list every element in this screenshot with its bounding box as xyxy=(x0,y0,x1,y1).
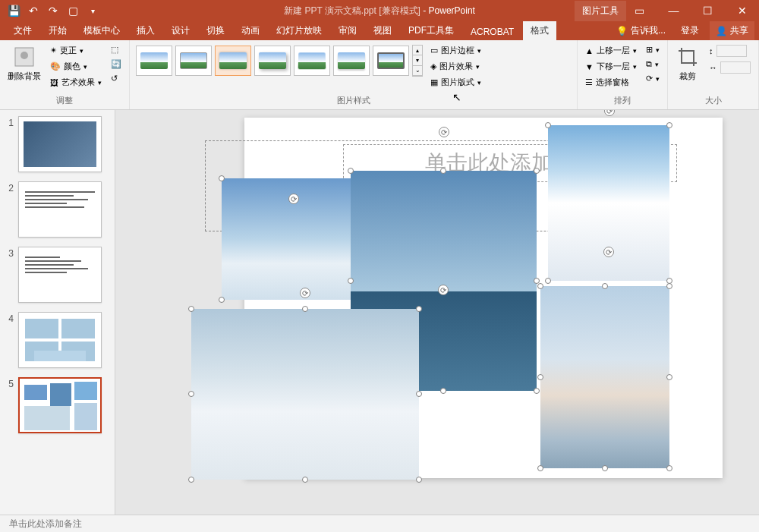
send-backward-button[interactable]: ▼下移一层▾ xyxy=(582,59,640,74)
tab-view[interactable]: 视图 xyxy=(366,21,399,40)
picture-layout-button[interactable]: ▦图片版式▾ ↖ xyxy=(427,75,484,90)
undo-icon[interactable]: ↶ xyxy=(26,3,41,18)
rotate-handle-icon[interactable]: ⟳ xyxy=(438,285,449,295)
style-item-4[interactable] xyxy=(254,46,291,76)
redo-icon[interactable]: ↷ xyxy=(46,3,61,18)
qat-dropdown-icon[interactable]: ▾ xyxy=(85,3,100,18)
selection-handle[interactable] xyxy=(666,465,672,471)
picture-effects-button[interactable]: ◈图片效果▾ xyxy=(427,59,484,74)
selection-handle[interactable] xyxy=(666,374,672,380)
tab-design[interactable]: 设计 xyxy=(164,21,197,40)
width-input[interactable]: ↔ xyxy=(706,60,754,75)
bring-forward-button[interactable]: ▲上移一层▾ xyxy=(582,43,640,58)
align-button[interactable]: ⊞▾ xyxy=(643,43,663,56)
tab-animation[interactable]: 动画 xyxy=(234,21,267,40)
selection-handle[interactable] xyxy=(666,283,672,289)
color-button[interactable]: 🎨颜色▾ xyxy=(47,59,105,74)
rotate-handle-icon[interactable]: ⟳ xyxy=(604,110,615,116)
style-item-1[interactable] xyxy=(136,46,172,76)
tab-pdf[interactable]: PDF工具集 xyxy=(401,21,461,40)
tab-review[interactable]: 审阅 xyxy=(331,21,364,40)
selection-handle[interactable] xyxy=(534,168,540,174)
style-item-2[interactable] xyxy=(175,46,212,76)
save-icon[interactable]: 💾 xyxy=(6,3,21,18)
tab-format[interactable]: 格式 xyxy=(523,21,556,40)
selection-handle[interactable] xyxy=(602,283,608,289)
image-sky-3[interactable]: ⟳ xyxy=(548,125,669,281)
start-from-beginning-icon[interactable]: ▢ xyxy=(65,3,80,18)
slide-thumbnail-2[interactable] xyxy=(18,181,102,238)
picture-border-button[interactable]: ▭图片边框▾ xyxy=(427,43,484,58)
selection-handle[interactable] xyxy=(219,175,225,181)
selection-handle[interactable] xyxy=(348,168,354,174)
crop-button[interactable]: 裁剪 xyxy=(672,43,703,83)
style-item-6[interactable] xyxy=(333,46,370,76)
height-input[interactable]: ↕ xyxy=(706,43,754,58)
selection-handle[interactable] xyxy=(416,306,422,312)
selection-handle[interactable] xyxy=(302,477,308,483)
image-sky-5[interactable]: ⟳ xyxy=(191,309,419,480)
selection-handle[interactable] xyxy=(537,374,543,380)
minimize-icon[interactable]: — xyxy=(657,0,691,21)
tab-acrobat[interactable]: ACROBAT xyxy=(463,24,521,40)
tab-transition[interactable]: 切换 xyxy=(199,21,232,40)
slide-thumbnail-1[interactable] xyxy=(18,116,102,172)
ribbon-options-icon[interactable]: ▭ xyxy=(622,0,657,21)
tab-home[interactable]: 开始 xyxy=(41,21,74,40)
gallery-scroll-up[interactable]: ▴ xyxy=(413,46,422,55)
rotate-handle-icon[interactable]: ⟳ xyxy=(439,127,449,137)
sign-in-button[interactable]: 登录 xyxy=(676,21,704,40)
rotate-button[interactable]: ⟳▾ xyxy=(643,72,663,85)
selection-handle[interactable] xyxy=(302,306,308,312)
selection-handle[interactable] xyxy=(416,391,422,397)
selection-handle[interactable] xyxy=(440,388,446,394)
remove-background-button[interactable]: 删除背景 xyxy=(5,43,44,83)
selection-handle[interactable] xyxy=(188,306,194,312)
selection-handle[interactable] xyxy=(537,465,543,471)
tab-slideshow[interactable]: 幻灯片放映 xyxy=(269,21,329,40)
selection-handle[interactable] xyxy=(416,477,422,483)
compress-pictures-button[interactable]: ⬚ xyxy=(108,43,124,56)
slide-thumbnail-panel[interactable]: 1 2 3 4 5 xyxy=(0,110,115,515)
group-button[interactable]: ⧉▾ xyxy=(643,58,663,71)
corrections-button[interactable]: ✴更正▾ xyxy=(47,43,105,58)
style-item-7[interactable] xyxy=(373,46,409,76)
rotate-handle-icon[interactable]: ⟳ xyxy=(288,194,299,204)
gallery-more[interactable]: ⌄ xyxy=(413,66,422,76)
artistic-effects-button[interactable]: 🖼艺术效果▾ xyxy=(47,75,105,90)
selection-handle[interactable] xyxy=(537,283,543,289)
selection-handle[interactable] xyxy=(545,278,551,284)
tab-insert[interactable]: 插入 xyxy=(129,21,162,40)
slide-canvas[interactable]: 单击此处添加标题 ⟳ ⟳ ⟳ ⟳ xyxy=(115,110,759,515)
selection-handle[interactable] xyxy=(188,391,194,397)
selection-handle[interactable] xyxy=(440,168,446,174)
selection-pane-button[interactable]: ☰选择窗格 xyxy=(582,75,640,90)
tell-me-search[interactable]: 💡告诉我... xyxy=(612,21,670,40)
notes-pane[interactable]: 单击此处添加备注 xyxy=(0,515,759,532)
slide-thumbnail-5[interactable] xyxy=(18,377,102,433)
selection-handle[interactable] xyxy=(666,122,672,128)
share-button[interactable]: 👤共享 xyxy=(710,21,754,40)
slide-thumbnail-4[interactable] xyxy=(18,312,102,368)
slide-thumbnail-3[interactable] xyxy=(18,247,102,303)
change-picture-button[interactable]: 🔄 xyxy=(108,58,124,71)
reset-picture-button[interactable]: ↺ xyxy=(108,72,124,85)
tab-template[interactable]: 模板中心 xyxy=(76,21,128,40)
image-sky-4[interactable] xyxy=(540,286,669,468)
selection-handle[interactable] xyxy=(188,477,194,483)
selection-handle[interactable] xyxy=(348,278,354,284)
image-sky-1[interactable]: ⟳ xyxy=(222,178,366,300)
maximize-icon[interactable]: ☐ xyxy=(691,0,725,21)
style-item-3[interactable] xyxy=(215,46,251,76)
selection-handle[interactable] xyxy=(602,465,608,471)
selection-handle[interactable] xyxy=(545,122,551,128)
rotate-handle-icon[interactable]: ⟳ xyxy=(603,247,614,257)
selection-handle[interactable] xyxy=(219,297,225,303)
style-item-5[interactable] xyxy=(294,46,330,76)
rotate-handle-icon[interactable]: ⟳ xyxy=(300,288,310,298)
selection-handle[interactable] xyxy=(534,388,540,394)
gallery-scroll-down[interactable]: ▾ xyxy=(413,55,422,65)
picture-styles-gallery[interactable]: ▴ ▾ ⌄ xyxy=(134,43,424,78)
tab-file[interactable]: 文件 xyxy=(6,21,39,40)
close-icon[interactable]: ✕ xyxy=(725,0,759,21)
